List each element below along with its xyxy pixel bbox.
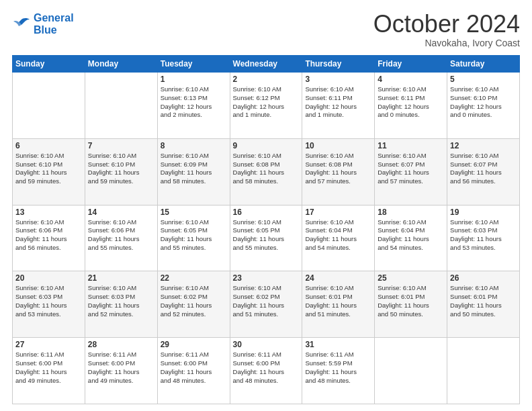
cell-content: Sunset: 6:11 PM	[378, 94, 444, 103]
day-number: 24	[305, 273, 371, 283]
cell-content: Daylight: 11 hours	[161, 169, 227, 177]
cell-content: Daylight: 12 hours	[305, 103, 371, 111]
weekday-header: Saturday	[447, 56, 520, 73]
day-number: 22	[161, 273, 227, 283]
cell-content: and 49 minutes.	[88, 377, 154, 385]
cell-content: Sunrise: 6:10 AM	[450, 218, 517, 227]
calendar-cell: 18Sunrise: 6:10 AMSunset: 6:04 PMDayligh…	[375, 205, 447, 271]
month-title: October 2024	[373, 12, 520, 36]
logo-icon	[12, 17, 31, 32]
calendar-cell: 14Sunrise: 6:10 AMSunset: 6:06 PMDayligh…	[85, 205, 157, 271]
weekday-header: Wednesday	[230, 56, 302, 73]
cell-content: and 50 minutes.	[378, 310, 444, 319]
cell-content: Sunrise: 6:11 AM	[88, 351, 154, 359]
day-number: 21	[88, 273, 154, 283]
calendar-cell: 21Sunrise: 6:10 AMSunset: 6:03 PMDayligh…	[85, 271, 157, 338]
cell-content: Sunrise: 6:10 AM	[233, 152, 300, 161]
cell-content: Sunrise: 6:10 AM	[378, 218, 444, 227]
day-number: 10	[305, 141, 371, 150]
cell-content: Daylight: 11 hours	[450, 169, 517, 177]
day-number: 17	[305, 208, 371, 217]
day-number: 4	[378, 75, 444, 84]
day-number: 9	[233, 141, 300, 150]
weekday-header: Tuesday	[157, 56, 230, 73]
day-number: 7	[88, 141, 154, 150]
title-block: October 2024 Navokaha, Ivory Coast	[373, 12, 520, 48]
cell-content: Sunset: 6:01 PM	[378, 293, 444, 302]
cell-content: Daylight: 11 hours	[88, 169, 154, 177]
cell-content: Sunset: 6:11 PM	[305, 94, 371, 103]
calendar-cell: 12Sunrise: 6:10 AMSunset: 6:07 PMDayligh…	[447, 138, 520, 205]
calendar-cell: 25Sunrise: 6:10 AMSunset: 6:01 PMDayligh…	[375, 271, 447, 338]
cell-content: and 56 minutes.	[15, 244, 82, 253]
calendar-cell: 15Sunrise: 6:10 AMSunset: 6:05 PMDayligh…	[157, 205, 230, 271]
location: Navokaha, Ivory Coast	[373, 38, 520, 48]
cell-content: Sunrise: 6:10 AM	[378, 152, 444, 161]
cell-content: Daylight: 11 hours	[305, 235, 371, 244]
cell-content: and 52 minutes.	[161, 310, 227, 319]
cell-content: Sunrise: 6:10 AM	[305, 218, 371, 227]
cell-content: and 51 minutes.	[305, 310, 371, 319]
day-number: 15	[161, 208, 227, 217]
day-number: 12	[450, 141, 517, 150]
cell-content: Sunrise: 6:10 AM	[233, 85, 300, 94]
weekday-header: Monday	[85, 56, 157, 73]
cell-content: Sunset: 6:08 PM	[233, 161, 300, 169]
cell-content: and 2 minutes.	[161, 111, 227, 120]
calendar-cell: 11Sunrise: 6:10 AMSunset: 6:07 PMDayligh…	[375, 138, 447, 205]
cell-content: Daylight: 11 hours	[88, 368, 154, 377]
cell-content: Sunset: 6:08 PM	[305, 161, 371, 169]
cell-content: Sunrise: 6:10 AM	[15, 218, 82, 227]
cell-content: Sunset: 6:05 PM	[233, 226, 300, 235]
cell-content: and 58 minutes.	[161, 177, 227, 186]
cell-content: Daylight: 12 hours	[450, 103, 517, 111]
cell-content: Sunset: 6:04 PM	[305, 226, 371, 235]
day-number: 28	[88, 340, 154, 349]
cell-content: Daylight: 11 hours	[305, 368, 371, 377]
calendar-cell: 31Sunrise: 6:11 AMSunset: 5:59 PMDayligh…	[302, 338, 375, 404]
cell-content: Sunset: 6:03 PM	[88, 293, 154, 302]
calendar-cell: 5Sunrise: 6:10 AMSunset: 6:10 PMDaylight…	[447, 73, 520, 139]
cell-content: and 1 minute.	[233, 111, 300, 120]
calendar-cell: 24Sunrise: 6:10 AMSunset: 6:01 PMDayligh…	[302, 271, 375, 338]
logo: General Blue	[12, 12, 74, 36]
cell-content: Daylight: 11 hours	[378, 302, 444, 310]
cell-content: Sunset: 6:12 PM	[233, 94, 300, 103]
calendar-cell: 22Sunrise: 6:10 AMSunset: 6:02 PMDayligh…	[157, 271, 230, 338]
cell-content: Daylight: 11 hours	[15, 368, 82, 377]
day-number: 5	[450, 75, 517, 84]
calendar-table: SundayMondayTuesdayWednesdayThursdayFrid…	[12, 55, 520, 404]
calendar-cell: 2Sunrise: 6:10 AMSunset: 6:12 PMDaylight…	[230, 73, 302, 139]
cell-content: Sunrise: 6:10 AM	[378, 284, 444, 293]
calendar-cell	[375, 338, 447, 404]
calendar-cell: 10Sunrise: 6:10 AMSunset: 6:08 PMDayligh…	[302, 138, 375, 205]
cell-content: Daylight: 12 hours	[233, 103, 300, 111]
weekday-header-row: SundayMondayTuesdayWednesdayThursdayFrid…	[13, 56, 520, 73]
cell-content: Sunrise: 6:10 AM	[305, 152, 371, 161]
cell-content: and 55 minutes.	[233, 244, 300, 253]
cell-content: Sunset: 6:10 PM	[15, 161, 82, 169]
day-number: 30	[233, 340, 300, 349]
calendar-cell: 7Sunrise: 6:10 AMSunset: 6:10 PMDaylight…	[85, 138, 157, 205]
cell-content: Daylight: 11 hours	[233, 368, 300, 377]
cell-content: and 49 minutes.	[15, 377, 82, 385]
cell-content: Sunset: 6:07 PM	[378, 161, 444, 169]
cell-content: and 50 minutes.	[450, 310, 517, 319]
cell-content: and 54 minutes.	[378, 244, 444, 253]
cell-content: Sunset: 6:05 PM	[161, 226, 227, 235]
cell-content: and 1 minute.	[305, 111, 371, 120]
cell-content: Daylight: 11 hours	[15, 302, 82, 310]
cell-content: and 54 minutes.	[305, 244, 371, 253]
calendar-cell: 16Sunrise: 6:10 AMSunset: 6:05 PMDayligh…	[230, 205, 302, 271]
calendar-cell: 8Sunrise: 6:10 AMSunset: 6:09 PMDaylight…	[157, 138, 230, 205]
calendar-week-row: 20Sunrise: 6:10 AMSunset: 6:03 PMDayligh…	[13, 271, 520, 338]
day-number: 14	[88, 208, 154, 217]
calendar-cell: 27Sunrise: 6:11 AMSunset: 6:00 PMDayligh…	[13, 338, 85, 404]
calendar-cell: 26Sunrise: 6:10 AMSunset: 6:01 PMDayligh…	[447, 271, 520, 338]
calendar-cell: 19Sunrise: 6:10 AMSunset: 6:03 PMDayligh…	[447, 205, 520, 271]
cell-content: and 57 minutes.	[305, 177, 371, 186]
day-number: 27	[15, 340, 82, 349]
cell-content: and 48 minutes.	[305, 377, 371, 385]
cell-content: Sunset: 6:02 PM	[233, 293, 300, 302]
calendar-week-row: 13Sunrise: 6:10 AMSunset: 6:06 PMDayligh…	[13, 205, 520, 271]
